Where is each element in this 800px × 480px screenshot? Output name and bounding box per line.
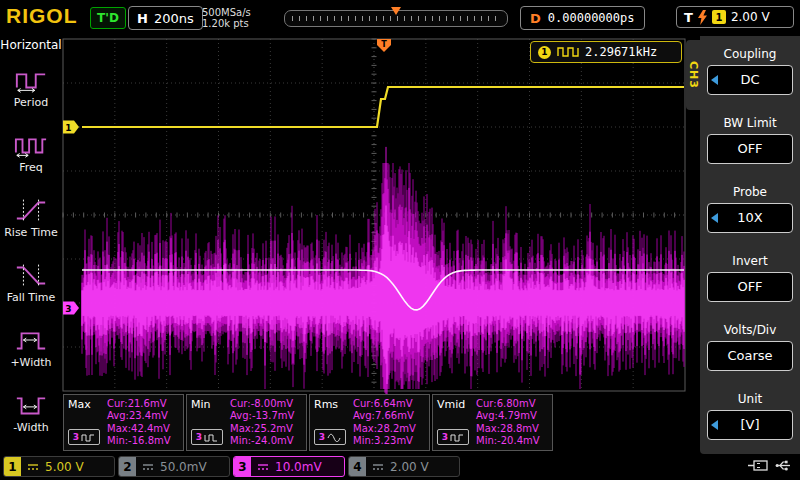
io-status-icons	[748, 459, 793, 472]
menu-item-label: Fall Time	[7, 291, 56, 304]
channel-3-badge: 3	[437, 429, 469, 445]
trigger-level-value: 2.00 V	[731, 10, 770, 24]
active-menu-tab: CH3	[686, 40, 701, 110]
channel-softkey-menu: Coupling DC BW Limit OFF Probe 10X Inver…	[700, 36, 800, 454]
rise-time-icon	[14, 197, 48, 223]
channel-2-status[interactable]: 2 50.0mV	[118, 456, 230, 477]
menu-item-period[interactable]: Period	[0, 55, 62, 120]
plus-width-icon	[14, 327, 48, 353]
counter-source-badge: 1	[538, 46, 551, 59]
left-arrow-icon	[711, 75, 718, 85]
usb-plug-icon	[748, 459, 768, 472]
measurement-rms[interactable]: Rms 3 Cur:6.64mV Avg:7.66mV Max:28.2mV M…	[309, 394, 430, 451]
svg-text:1: 1	[65, 123, 71, 133]
channel-1-status[interactable]: 1 5.00 V	[3, 456, 115, 477]
measurement-row: Max 3 Cur:21.6mV Avg:23.4mV Max:42.4mV M…	[63, 394, 553, 451]
meas-max: Max:28.2mV	[353, 424, 426, 434]
channel-4-status[interactable]: 4 2.00 V	[348, 456, 460, 477]
menu-item-label: -Width	[13, 421, 48, 434]
measurement-min[interactable]: Min 3 Cur:-8.00mV Avg:-13.7mV Max:25.2mV…	[186, 394, 307, 451]
delay-box[interactable]: D 0.00000000ps	[520, 6, 645, 30]
meas-max: Max:42.4mV	[107, 424, 180, 434]
trigger-level-box[interactable]: T 1 2.00 V	[676, 6, 794, 28]
meas-avg: Avg:23.4mV	[107, 411, 180, 421]
minus-width-icon	[14, 392, 48, 418]
measurement-vmid[interactable]: Vmid 3 Cur:6.80mV Avg:4.79mV Max:28.8mV …	[432, 394, 553, 451]
meas-min: Min:-16.8mV	[107, 436, 180, 446]
softkey-unit[interactable]: Unit [V]	[700, 381, 800, 450]
horizontal-timebase-box[interactable]: H 200ns	[128, 6, 203, 30]
menu-item-label: Freq	[19, 161, 43, 174]
menu-item-pos-width[interactable]: +Width	[0, 315, 62, 380]
menu-item-label: Period	[14, 96, 48, 109]
trigger-status-badge: T'D	[90, 7, 126, 29]
menu-item-neg-width[interactable]: -Width	[0, 380, 62, 445]
pulse-icon	[81, 433, 95, 442]
left-arrow-icon	[711, 420, 718, 430]
channel-3-status[interactable]: 3 10.0mV	[233, 456, 345, 477]
dc-coupling-icon	[142, 462, 154, 472]
dc-coupling-icon	[27, 462, 39, 472]
pulse-icon	[450, 433, 464, 442]
pulse-icon	[204, 433, 218, 442]
meas-max: Max:28.8mV	[476, 424, 549, 434]
memory-depth: 1.20k pts	[202, 18, 251, 29]
left-arrow-icon	[711, 213, 718, 223]
meas-min: Min:3.23mV	[353, 436, 426, 446]
dc-coupling-icon	[372, 462, 384, 472]
usb-trident-icon	[775, 459, 793, 472]
trigger-source-badge: 1	[712, 10, 726, 24]
meas-cur: Cur:-8.00mV	[230, 399, 303, 409]
oscilloscope-screen: T13 RIGOL T'D H 200ns 500MSa/s 1.20k pts…	[0, 0, 800, 480]
channel-3-badge: 3	[191, 429, 223, 445]
meas-cur: Cur:21.6mV	[107, 399, 180, 409]
ch1-trace	[82, 87, 684, 127]
dc-coupling-icon	[257, 462, 269, 472]
rigol-logo: RIGOL	[6, 4, 78, 28]
menu-item-freq[interactable]: Freq	[0, 120, 62, 185]
softkey-probe[interactable]: Probe 10X	[700, 174, 800, 243]
softkey-bw-limit[interactable]: BW Limit OFF	[700, 105, 800, 174]
svg-text:3: 3	[65, 304, 71, 314]
menu-item-rise-time[interactable]: Rise Time	[0, 185, 62, 250]
pulse-train-icon	[557, 46, 579, 58]
channel-status-bar: 1 5.00 V 2 50.0mV 3 10.0mV 4	[0, 454, 800, 480]
freq-icon	[14, 132, 48, 158]
trigger-marker-label: T	[381, 40, 387, 49]
menu-item-fall-time[interactable]: Fall Time	[0, 250, 62, 315]
softkey-volts-div[interactable]: Volts/Div Coarse	[700, 312, 800, 381]
position-ticks	[292, 16, 500, 21]
delay-value: 0.00000000ps	[548, 11, 635, 25]
meas-avg: Avg:-13.7mV	[230, 411, 303, 421]
timebase-value: 200ns	[154, 11, 194, 26]
channel-3-badge: 3	[68, 429, 100, 445]
trigger-position-icon[interactable]	[391, 7, 401, 15]
status-bar: RIGOL T'D H 200ns 500MSa/s 1.20k pts D 0…	[0, 0, 800, 36]
meas-cur: Cur:6.64mV	[353, 399, 426, 409]
frequency-value: 2.29671kHz	[585, 45, 657, 59]
lightning-icon	[698, 10, 707, 25]
frequency-counter: 1 2.29671kHz	[530, 41, 682, 63]
softkey-invert[interactable]: Invert OFF	[700, 243, 800, 312]
menu-item-label: +Width	[10, 356, 51, 369]
left-menu-title: Horizontal	[0, 38, 62, 52]
sine-icon	[327, 433, 341, 442]
meas-avg: Avg:7.66mV	[353, 411, 426, 421]
t-label: T	[684, 10, 693, 25]
measurement-max[interactable]: Max 3 Cur:21.6mV Avg:23.4mV Max:42.4mV M…	[63, 394, 184, 451]
fall-time-icon	[14, 262, 48, 288]
meas-cur: Cur:6.80mV	[476, 399, 549, 409]
meas-min: Min:-24.0mV	[230, 436, 303, 446]
h-label: H	[137, 11, 148, 26]
menu-item-label: Rise Time	[4, 226, 58, 239]
softkey-coupling[interactable]: Coupling DC	[700, 36, 800, 105]
meas-max: Max:25.2mV	[230, 424, 303, 434]
channel-3-badge: 3	[314, 429, 346, 445]
period-icon	[14, 67, 48, 93]
left-measure-menu: Horizontal Period Freq Rise Time	[0, 36, 62, 455]
acquisition-info: 500MSa/s 1.20k pts	[202, 7, 251, 29]
meas-min: Min:-20.4mV	[476, 436, 549, 446]
sample-rate: 500MSa/s	[202, 7, 251, 18]
timebase-position-bar[interactable]	[284, 10, 508, 27]
meas-avg: Avg:4.79mV	[476, 411, 549, 421]
